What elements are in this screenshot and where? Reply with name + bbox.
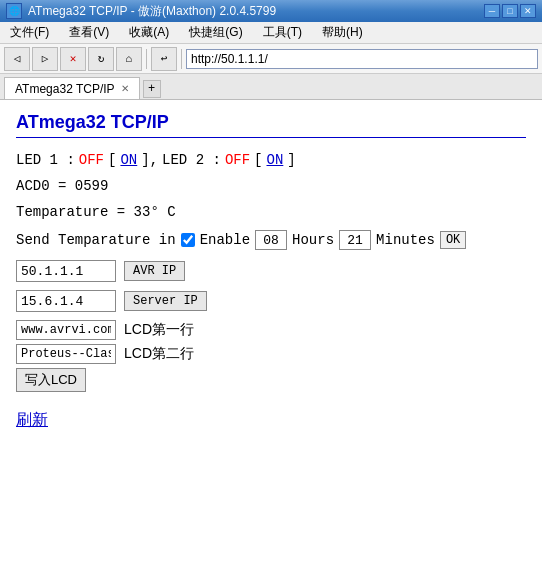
- minimize-button[interactable]: ─: [484, 4, 500, 18]
- avr-ip-row: AVR IP: [16, 260, 526, 282]
- menu-view[interactable]: 查看(V): [63, 23, 115, 42]
- window-title: ATmega32 TCP/IP - 傲游(Maxthon) 2.0.4.5799: [28, 3, 478, 20]
- menu-file[interactable]: 文件(F): [4, 23, 55, 42]
- led2-state: OFF: [225, 152, 250, 168]
- lcd-line1-row: LCD第一行: [16, 320, 526, 340]
- stop-button[interactable]: ✕: [60, 47, 86, 71]
- hours-label: Hours: [292, 232, 334, 248]
- back-button[interactable]: ◁: [4, 47, 30, 71]
- ok-button[interactable]: OK: [440, 231, 466, 249]
- led1-state: OFF: [79, 152, 104, 168]
- home-button[interactable]: ⌂: [116, 47, 142, 71]
- avr-ip-input[interactable]: [16, 260, 116, 282]
- window-icon: 🌐: [6, 3, 22, 19]
- led1-on-link[interactable]: ON: [120, 152, 137, 168]
- led-prefix: LED 1 :: [16, 152, 75, 168]
- server-ip-button[interactable]: Server IP: [124, 291, 207, 311]
- refresh-row: 刷新: [16, 402, 526, 431]
- tab-close-icon[interactable]: ✕: [121, 83, 129, 94]
- address-input[interactable]: [186, 49, 538, 69]
- led1-bracket-open: [: [108, 152, 116, 168]
- page-content: ATmega32 TCP/IP LED 1 : OFF [ ON ], LED …: [0, 100, 542, 572]
- temperature-row: Temparature = 33° C: [16, 204, 526, 220]
- tab-bar: ATmega32 TCP/IP ✕ +: [0, 74, 542, 100]
- tab-atmega32[interactable]: ATmega32 TCP/IP ✕: [4, 77, 140, 99]
- back-btn2[interactable]: ↩: [151, 47, 177, 71]
- toolbar: ◁ ▷ ✕ ↻ ⌂ ↩: [0, 44, 542, 74]
- temperature-label: Temparature = 33° C: [16, 204, 176, 220]
- window-controls: ─ □ ✕: [484, 4, 536, 18]
- lcd-line2-input[interactable]: [16, 344, 116, 364]
- server-ip-input[interactable]: [16, 290, 116, 312]
- new-tab-button[interactable]: +: [143, 80, 161, 98]
- minutes-label: Minutes: [376, 232, 435, 248]
- refresh-button[interactable]: ↻: [88, 47, 114, 71]
- title-bar: 🌐 ATmega32 TCP/IP - 傲游(Maxthon) 2.0.4.57…: [0, 0, 542, 22]
- menu-favorites[interactable]: 收藏(A): [123, 23, 175, 42]
- enable-checkbox[interactable]: [181, 233, 195, 247]
- avr-ip-button[interactable]: AVR IP: [124, 261, 185, 281]
- tab-label: ATmega32 TCP/IP: [15, 82, 115, 96]
- led2-bracket-close: ]: [287, 152, 295, 168]
- forward-button[interactable]: ▷: [32, 47, 58, 71]
- address-bar: [186, 49, 538, 69]
- toolbar-separator2: [181, 49, 182, 69]
- send-label: Send Temparature in: [16, 232, 176, 248]
- menu-help[interactable]: 帮助(H): [316, 23, 369, 42]
- close-button[interactable]: ✕: [520, 4, 536, 18]
- menu-bar: 文件(F) 查看(V) 收藏(A) 快捷组(G) 工具(T) 帮助(H): [0, 22, 542, 44]
- page-title: ATmega32 TCP/IP: [16, 112, 526, 138]
- lcd-line1-label: LCD第一行: [124, 321, 194, 339]
- lcd-line2-label: LCD第二行: [124, 345, 194, 363]
- enable-label: Enable: [200, 232, 250, 248]
- acd0-label: ACD0 = 0599: [16, 178, 108, 194]
- toolbar-separator: [146, 49, 147, 69]
- lcd-write-row: 写入LCD: [16, 368, 526, 392]
- server-ip-row: Server IP: [16, 290, 526, 312]
- maximize-button[interactable]: □: [502, 4, 518, 18]
- acd0-row: ACD0 = 0599: [16, 178, 526, 194]
- hours-input[interactable]: [255, 230, 287, 250]
- refresh-link[interactable]: 刷新: [16, 410, 48, 431]
- led2-on-link[interactable]: ON: [267, 152, 284, 168]
- send-temp-row: Send Temparature in Enable Hours Minutes…: [16, 230, 526, 250]
- menu-shortcuts[interactable]: 快捷组(G): [183, 23, 248, 42]
- menu-tools[interactable]: 工具(T): [257, 23, 308, 42]
- lcd-line2-row: LCD第二行: [16, 344, 526, 364]
- led-row: LED 1 : OFF [ ON ], LED 2 : OFF [ ON ]: [16, 152, 526, 168]
- led1-bracket-close: ],: [141, 152, 158, 168]
- led2-label: LED 2 :: [162, 152, 221, 168]
- led2-bracket-open: [: [254, 152, 262, 168]
- minutes-input[interactable]: [339, 230, 371, 250]
- lcd-write-button[interactable]: 写入LCD: [16, 368, 86, 392]
- lcd-line1-input[interactable]: [16, 320, 116, 340]
